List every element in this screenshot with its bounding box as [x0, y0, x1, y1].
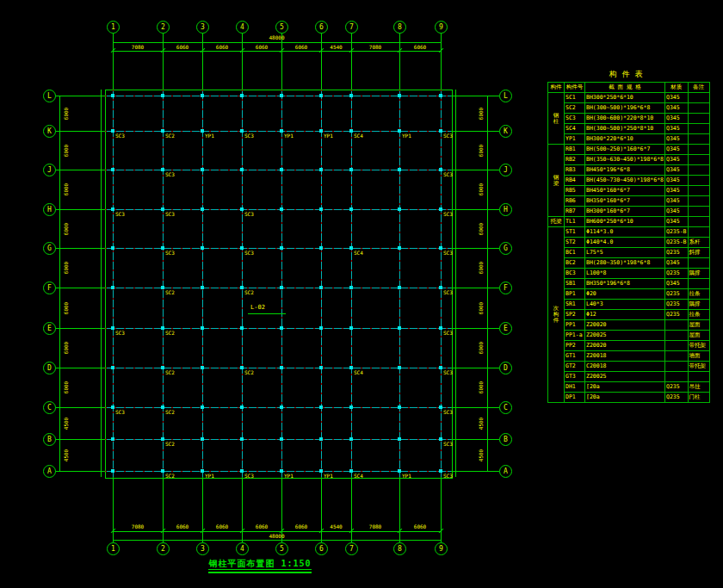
material-cell: [665, 331, 688, 341]
dim-text-bottom: 7080: [132, 524, 144, 529]
member-id-cell: RB4: [565, 176, 585, 186]
table-header-cell: 截 面 规 格: [585, 83, 665, 93]
column-node-marker: [161, 246, 164, 250]
beam-annotation-leader: [248, 313, 286, 314]
material-cell: Q235: [665, 300, 688, 310]
column-node-marker: [111, 437, 114, 441]
column-node-marker: [161, 207, 164, 211]
axis-extension-top: [441, 33, 442, 90]
table-row: RB6BH350*160*6*7Q345: [548, 196, 710, 207]
beam-annotation-text: L-02: [250, 304, 265, 311]
node-label-SC4: SC4: [354, 473, 363, 479]
table-header-row: 构件构件号截 面 规 格材质备注: [548, 83, 710, 93]
column-node-marker: [280, 246, 283, 250]
column-node-marker: [349, 286, 353, 289]
remark-cell: 屋面: [688, 320, 709, 331]
column-node-marker: [398, 326, 401, 330]
dim-text-bottom: 6060: [176, 524, 188, 529]
dim-text-right: 6000: [479, 342, 484, 354]
dim-text-right: 6000: [479, 381, 484, 393]
component-table-grid: 构件构件号截 面 规 格材质备注钢柱SC1BH300*250*6*10Q345S…: [547, 82, 710, 403]
member-id-cell: YP1: [565, 134, 585, 145]
column-node-marker: [240, 286, 244, 289]
axis-bubble-bottom-1: 1: [107, 542, 120, 555]
remark-cell: [688, 279, 709, 289]
column-node-marker: [349, 437, 353, 441]
node-label-SC3: SC3: [244, 251, 254, 256]
member-id-cell: ST1: [565, 227, 585, 238]
node-label-SC2: SC2: [165, 370, 175, 375]
section-spec-cell: L100*8: [585, 269, 665, 279]
axis-dash-overlay: [351, 90, 352, 477]
axis-bubble-bottom-9: 9: [435, 542, 448, 555]
column-node-marker: [319, 246, 323, 250]
remark-cell: [688, 176, 709, 186]
member-id-cell: GT3: [565, 372, 585, 382]
dim-text-total-bottom: 48000: [269, 534, 284, 539]
dim-text-top: 4540: [330, 45, 342, 50]
column-node-marker: [319, 94, 323, 97]
axis-extension-right: [451, 328, 499, 329]
section-spec-cell: BH(300~500)*196*6*8: [585, 103, 665, 114]
column-node-marker: [280, 437, 283, 441]
column-node-marker: [398, 129, 401, 133]
table-header-cell: 材质: [665, 83, 688, 93]
table-row: SC2BH(300~500)*196*6*8Q345: [548, 103, 710, 114]
column-node-marker: [161, 94, 164, 97]
node-label-YP1: YP1: [402, 473, 411, 479]
dim-text-right: 6000: [479, 183, 484, 195]
node-label-SC3: SC3: [115, 331, 125, 336]
remark-cell: [688, 186, 709, 196]
dim-text-left: 6000: [64, 262, 69, 274]
remark-cell: [688, 145, 709, 155]
material-cell: [665, 372, 688, 382]
axis-bubble-left-K: K: [43, 125, 56, 138]
column-node-marker: [349, 246, 353, 250]
dim-text-right: 4500: [479, 417, 484, 429]
remark-cell: [688, 114, 709, 124]
dim-text-bottom: 7080: [369, 524, 381, 529]
member-id-cell: ST2: [565, 238, 585, 248]
axis-extension-left: [55, 368, 105, 368]
member-id-cell: PP1: [565, 320, 585, 331]
node-label-SC3: SC3: [443, 290, 453, 295]
column-node-marker: [349, 366, 353, 369]
material-cell: [665, 351, 688, 362]
table-row: SB1BH350*196*6*8Q345: [548, 279, 710, 289]
column-node-marker: [398, 207, 401, 211]
column-node-marker: [111, 94, 114, 97]
column-node-marker: [280, 405, 283, 409]
member-id-cell: PP1-a: [565, 331, 585, 341]
node-label-YP1: YP1: [402, 133, 411, 139]
axis-bubble-right-F: F: [499, 282, 512, 294]
column-node-marker: [398, 366, 401, 369]
member-id-cell: DH1: [565, 382, 585, 393]
member-id-cell: SR1: [565, 300, 585, 310]
member-id-cell: SC4: [565, 124, 585, 134]
axis-extension-right: [451, 131, 499, 132]
dim-text-top: 6060: [176, 45, 188, 50]
table-header-cell: 构件: [548, 83, 565, 93]
drawing-title: 钢柱平面布置图 1:150: [208, 558, 311, 570]
node-label-SC3: SC3: [443, 251, 453, 256]
material-cell: Q235-B: [665, 227, 688, 238]
material-cell: Q345: [665, 103, 688, 114]
column-node-marker: [240, 207, 244, 211]
column-node-marker: [111, 469, 114, 473]
section-spec-cell: Φ20: [585, 289, 665, 300]
axis-extension-top: [163, 33, 164, 90]
axis-bubble-left-C: C: [43, 401, 56, 414]
material-cell: Q345: [665, 207, 688, 217]
member-id-cell: DP1: [565, 393, 585, 403]
table-group-label: 钢梁: [548, 145, 565, 217]
dim-text-left: 4500: [64, 417, 69, 429]
member-id-cell: GT1: [565, 351, 585, 362]
section-spec-cell: L40*3: [585, 300, 665, 310]
axis-extension-left: [55, 328, 105, 329]
column-node-marker: [161, 168, 164, 171]
table-row: 钢柱SC1BH300*250*6*10Q345: [548, 93, 710, 103]
table-group-label: 钢柱: [548, 93, 565, 145]
column-node-marker: [319, 405, 323, 409]
remark-cell: [688, 103, 709, 114]
column-node-marker: [280, 366, 283, 369]
